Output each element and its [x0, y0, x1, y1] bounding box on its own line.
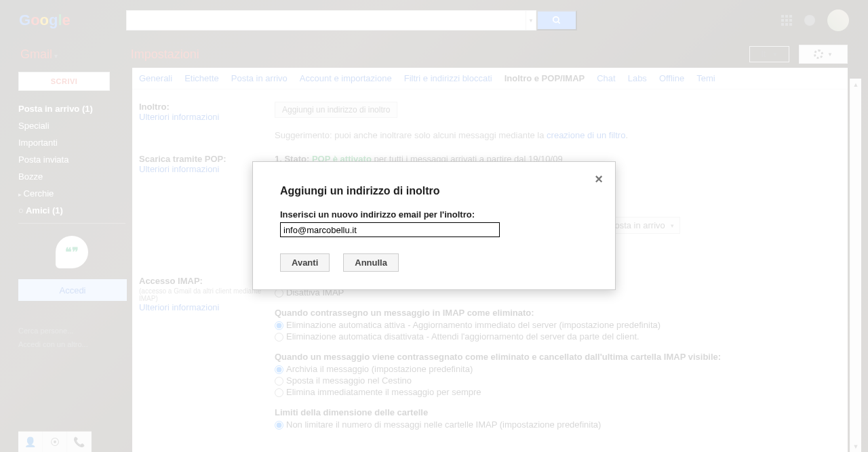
next-button[interactable]: Avanti — [280, 253, 330, 272]
close-icon[interactable]: × — [595, 171, 603, 187]
dialog-label: Inserisci un nuovo indirizzo email per l… — [280, 209, 588, 220]
cancel-button[interactable]: Annulla — [343, 253, 399, 272]
dialog-title: Aggiungi un indirizzo di inoltro — [280, 185, 588, 197]
forwarding-email-input[interactable] — [280, 222, 500, 237]
add-forwarding-dialog: × Aggiungi un indirizzo di inoltro Inser… — [252, 161, 616, 290]
